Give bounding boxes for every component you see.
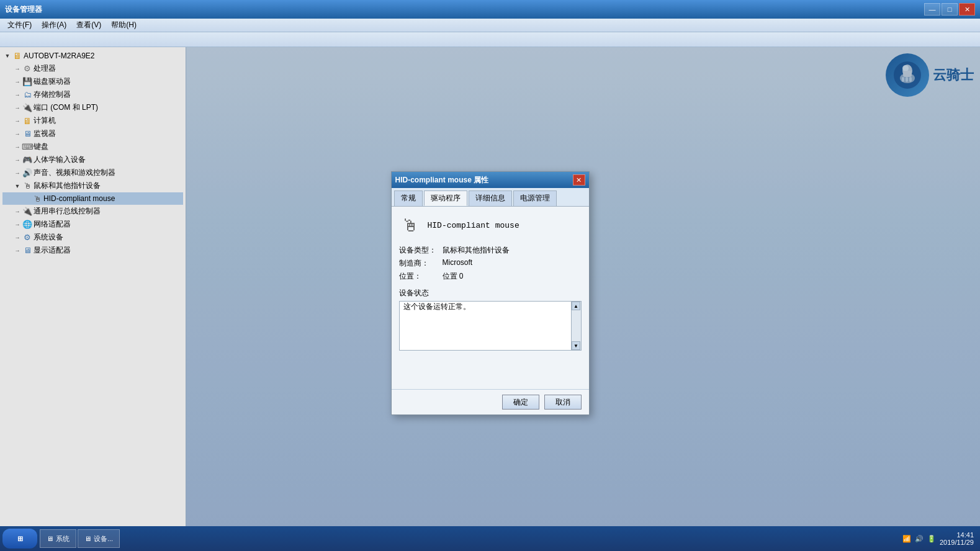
- dialog-body: 🖱 HID-compliant mouse 设备类型： 鼠标和其他指针设备 制造…: [392, 207, 589, 389]
- taskbar: ⊞ 🖥 系统 🖥 设备... 📶 🔊 🔋 14:41 2019/11/29: [0, 526, 980, 551]
- scrollbar[interactable]: ▲ ▼: [571, 302, 581, 350]
- tray-network-icon: 📶: [902, 535, 911, 543]
- location-value: 位置 0: [443, 271, 464, 282]
- manufacturer-label: 制造商：: [399, 258, 443, 269]
- taskbar-item-system-icon: 🖥: [47, 535, 53, 542]
- status-section-label: 设备状态: [399, 288, 582, 298]
- scroll-up[interactable]: ▲: [572, 302, 580, 310]
- menu-view[interactable]: 查看(V): [71, 19, 106, 32]
- cancel-button[interactable]: 取消: [544, 395, 582, 410]
- dialog-spacer: [399, 351, 582, 382]
- menu-file[interactable]: 文件(F): [2, 19, 37, 32]
- dialog-tabs: 常规 驱动程序 详细信息 电源管理: [392, 188, 589, 207]
- dialog: HID-compliant mouse 属性 ✕ 常规 驱动程序 详细信息 电源…: [391, 171, 590, 415]
- status-text: 这个设备运转正常。: [400, 301, 474, 313]
- taskbar-item-device-icon: 🖥: [84, 535, 91, 542]
- clock-date: 2019/11/29: [940, 539, 974, 546]
- taskbar-tray: 📶 🔊 🔋 14:41 2019/11/29: [899, 531, 978, 546]
- device-info-table: 设备类型： 鼠标和其他指针设备 制造商： Microsoft 位置： 位置 0: [399, 245, 582, 282]
- dialog-titlebar: HID-compliant mouse 属性 ✕: [392, 172, 589, 188]
- close-button[interactable]: ✕: [959, 3, 975, 16]
- dialog-title: HID-compliant mouse 属性: [395, 175, 489, 186]
- taskbar-item-device[interactable]: 🖥 设备...: [78, 529, 120, 548]
- toolbar: [0, 32, 980, 47]
- menu-help[interactable]: 帮助(H): [106, 19, 142, 32]
- ok-button[interactable]: 确定: [502, 395, 539, 410]
- device-icon-large: 🖱: [399, 214, 421, 236]
- titlebar-title: 设备管理器: [5, 4, 42, 15]
- titlebar-controls: — □ ✕: [924, 3, 975, 16]
- dialog-footer: 确定 取消: [392, 389, 589, 414]
- dialog-overlay: HID-compliant mouse 属性 ✕ 常规 驱动程序 详细信息 电源…: [0, 47, 980, 526]
- device-header: 🖱 HID-compliant mouse: [399, 214, 582, 236]
- tray-clock: 14:41 2019/11/29: [940, 531, 974, 546]
- device-info-loc-row: 位置： 位置 0: [399, 271, 582, 282]
- type-value: 鼠标和其他指针设备: [443, 245, 510, 256]
- device-info-mfr-row: 制造商： Microsoft: [399, 258, 582, 269]
- taskbar-item-device-label: 设备...: [94, 534, 113, 544]
- clock-time: 14:41: [940, 531, 974, 539]
- tray-volume-icon: 🔊: [915, 535, 924, 543]
- taskbar-item-system-label: 系统: [56, 534, 70, 544]
- titlebar: 设备管理器 — □ ✕: [0, 0, 980, 19]
- menubar: 文件(F) 操作(A) 查看(V) 帮助(H): [0, 19, 980, 32]
- taskbar-item-system[interactable]: 🖥 系统: [40, 529, 76, 548]
- device-name-large: HID-compliant mouse: [428, 221, 519, 230]
- menu-action[interactable]: 操作(A): [37, 19, 71, 32]
- tab-power[interactable]: 电源管理: [513, 190, 557, 206]
- manufacturer-value: Microsoft: [443, 258, 473, 269]
- scroll-down[interactable]: ▼: [572, 341, 580, 350]
- main-content: ▼ 🖥 AUTOBVT-M2RA9E2 → ⚙ 处理器 → 💾 磁盘驱动器 → …: [0, 47, 980, 526]
- tab-general[interactable]: 常规: [394, 190, 423, 206]
- device-status-box: 这个设备运转正常。 ▲ ▼: [399, 301, 582, 351]
- type-label: 设备类型：: [399, 245, 443, 256]
- dialog-close-button[interactable]: ✕: [573, 174, 585, 186]
- start-icon: ⊞: [17, 535, 23, 543]
- start-button[interactable]: ⊞: [2, 529, 37, 549]
- device-info-type-row: 设备类型： 鼠标和其他指针设备: [399, 245, 582, 256]
- minimize-button[interactable]: —: [924, 3, 940, 16]
- taskbar-items: 🖥 系统 🖥 设备...: [40, 529, 899, 548]
- location-label: 位置：: [399, 271, 443, 282]
- tray-battery-icon: 🔋: [927, 535, 936, 543]
- restore-button[interactable]: □: [942, 3, 958, 16]
- tab-details[interactable]: 详细信息: [469, 190, 512, 206]
- tab-driver[interactable]: 驱动程序: [424, 190, 467, 206]
